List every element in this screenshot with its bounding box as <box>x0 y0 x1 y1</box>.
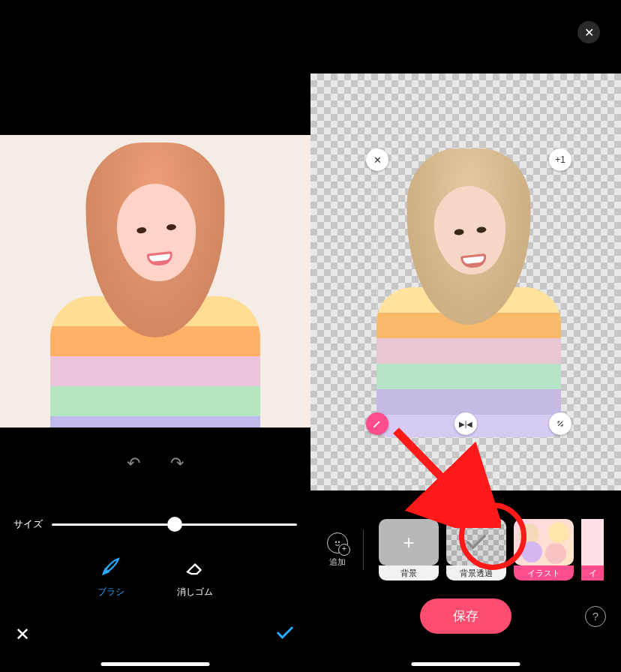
confirm-button[interactable] <box>274 622 296 646</box>
left-editor-panel: ↶ ↷ サイズ ブラシ 消しゴム ✕ <box>0 0 310 672</box>
brush-icon <box>100 555 122 580</box>
tile-trans-label: 背景透過 <box>446 566 506 580</box>
tool-selector: ブラシ 消しゴム <box>0 555 310 598</box>
svg-point-1 <box>338 542 339 542</box>
undo-icon[interactable]: ↶ <box>127 454 140 473</box>
home-indicator[interactable] <box>101 662 210 666</box>
subject-cutout <box>376 148 561 426</box>
transparent-canvas[interactable]: ✕ +1 ▶|◀ <box>310 74 621 490</box>
tile-illustration[interactable]: イラスト <box>514 519 574 580</box>
close-button[interactable]: ✕ <box>578 21 600 44</box>
duplicate-handle[interactable]: +1 <box>549 148 572 171</box>
tile-ill2-label: イ <box>581 566 604 580</box>
eraser-label: 消しゴム <box>177 586 213 598</box>
add-label: 追加 <box>329 556 346 568</box>
slider-thumb[interactable] <box>167 517 182 532</box>
cancel-button[interactable]: ✕ <box>15 624 30 645</box>
help-button[interactable]: ? <box>585 606 606 627</box>
add-sticker-button[interactable]: 追加 <box>327 532 348 568</box>
undo-redo-bar: ↶ ↷ <box>0 454 310 473</box>
brush-size-slider-row: サイズ <box>0 518 310 531</box>
smile-plus-icon <box>327 532 348 554</box>
tile-ill-label: イラスト <box>514 566 574 580</box>
delete-handle[interactable]: ✕ <box>366 148 388 171</box>
check-icon <box>446 519 506 566</box>
background-options-bar: 追加 + 背景 背景透過 イラスト イ <box>310 516 621 584</box>
illust2-thumb <box>581 519 604 566</box>
photo-canvas-left[interactable] <box>0 135 310 428</box>
eraser-tool[interactable]: 消しゴム <box>177 555 213 598</box>
tile-illustration-2[interactable]: イ <box>581 519 604 580</box>
tile-bg-label: 背景 <box>379 566 439 580</box>
flip-handle[interactable]: ▶|◀ <box>454 412 477 435</box>
right-compose-panel: ✕ ✕ +1 ▶|◀ 追加 + 背景 <box>310 0 621 672</box>
redo-icon[interactable]: ↷ <box>170 454 184 473</box>
save-row: 保存 ? <box>310 598 621 634</box>
tile-transparent-bg[interactable]: 背景透過 <box>446 519 506 580</box>
slider-label: サイズ <box>14 518 43 531</box>
brush-tool[interactable]: ブラシ <box>98 555 124 598</box>
plus-icon: + <box>379 519 439 566</box>
cutout-layer[interactable] <box>376 148 561 426</box>
edit-handle[interactable] <box>366 412 388 435</box>
illust-thumb <box>514 519 574 566</box>
home-indicator-right[interactable] <box>412 662 520 666</box>
tile-background[interactable]: + 背景 <box>379 519 439 580</box>
save-button[interactable]: 保存 <box>420 598 512 634</box>
scale-handle[interactable] <box>549 412 572 435</box>
divider <box>363 530 364 570</box>
eraser-icon <box>184 555 206 580</box>
subject-photo <box>50 142 260 428</box>
bottom-action-bar: ✕ <box>0 620 310 650</box>
brush-label: ブラシ <box>98 586 124 598</box>
svg-point-0 <box>335 542 336 542</box>
size-slider[interactable] <box>52 524 297 526</box>
